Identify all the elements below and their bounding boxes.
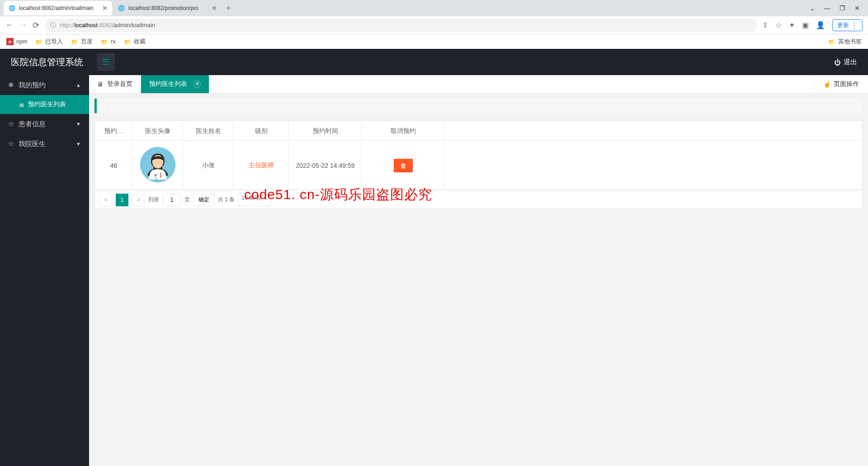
col-cancel: 取消预约 [363, 122, 444, 141]
sidebar: ❄ 我的预约 ▲ ≣ 预约医生列表 ☆ 患者信息 ▼ ☆ 我院医生 ▼ [0, 75, 89, 466]
window-controls: ⌄ — ❐ ✕ [805, 5, 864, 12]
table-header-row: 预约… 医生头像 医生姓名 级别 预约时间 取消预约 [96, 122, 861, 141]
page-tabs: 🖥 登录首页 预约医生列表 ✕ ☝ 页面操作 [89, 75, 868, 93]
browser-tab[interactable]: 🌐 localhost:8082/admin/toallmain ✕ [4, 1, 112, 15]
folder-icon: 📁 [828, 38, 835, 45]
page-number-button[interactable]: 1 [116, 194, 128, 206]
cell-id: 46 [96, 142, 132, 190]
chevron-down-icon: ⌄ [263, 195, 268, 201]
goto-label: 到第 [148, 196, 159, 204]
sidebar-item-doctors[interactable]: ☆ 我院医生 ▼ [0, 134, 89, 154]
profile-icon[interactable]: 👤 [816, 21, 825, 29]
goto-confirm-button[interactable]: 确定 [193, 194, 214, 206]
prev-page-button[interactable]: < [99, 194, 112, 206]
forward-button[interactable]: → [19, 20, 27, 30]
col-time: 预约时间 [289, 122, 362, 141]
chevron-up-icon: ▲ [76, 82, 81, 88]
star-icon: ☆ [8, 140, 14, 147]
npm-icon: n [6, 38, 14, 45]
tab-doctor-list[interactable]: 预约医生列表 ✕ [141, 75, 209, 93]
cell-time: 2022-05-22 14:49:59 [289, 142, 362, 190]
doctor-avatar-icon [139, 146, 176, 183]
url-input[interactable]: ⓘ http://localhost:8082/admin/toallmain [45, 19, 757, 32]
appointments-table: 预约… 医生头像 医生姓名 级别 预约时间 取消预约 46 [94, 120, 863, 191]
sidebar-item-label: 患者信息 [19, 120, 46, 128]
info-icon: ⓘ [50, 21, 56, 29]
minimize-icon[interactable]: — [824, 5, 830, 12]
new-tab-button[interactable]: + [222, 4, 235, 13]
tab-home[interactable]: 🖥 登录首页 [89, 75, 141, 93]
sidebar-subitem-doctor-list[interactable]: ≣ 预约医生列表 [0, 95, 89, 114]
col-avatar: 医生头像 [133, 122, 183, 141]
share-icon[interactable]: ⇪ [762, 21, 768, 29]
dropdown-icon[interactable]: ⌄ [810, 5, 815, 12]
globe-icon: 🌐 [118, 5, 125, 12]
pagesize-select[interactable]: 10 条/页 ⌄ [238, 194, 270, 206]
cell-cancel: 🗑 [363, 142, 444, 190]
folder-icon: 📁 [71, 38, 78, 45]
cell-avatar [133, 142, 183, 190]
cell-name: 小张 [184, 142, 233, 190]
next-page-button[interactable]: > [132, 194, 145, 206]
sidebar-item-label: 我院医生 [19, 140, 46, 148]
snowflake-icon: ❄ [8, 81, 14, 89]
address-bar: ← → ⟳ ⓘ http://localhost:8082/admin/toal… [0, 16, 868, 34]
total-count: 共 1 条 [218, 196, 235, 204]
folder-icon: 📁 [35, 38, 42, 45]
sidepanel-icon[interactable]: ▣ [802, 21, 809, 29]
app-header: 医院信息管理系统 ☰ ⏻ 退出 [0, 49, 868, 75]
sidebar-item-appointments[interactable]: ❄ 我的预约 ▲ [0, 75, 89, 95]
folder-icon: 📁 [101, 38, 108, 45]
chevron-down-icon: ▼ [76, 141, 81, 147]
sidebar-item-label: 我的预约 [19, 81, 46, 90]
extension-icon[interactable]: ✦ [789, 21, 795, 29]
other-bookmarks[interactable]: 📁其他书签 [828, 38, 862, 46]
col-name: 医生姓名 [184, 122, 233, 141]
pagination: < 1 > 到第 页 确定 共 1 条 10 条/页 ⌄ [94, 191, 863, 209]
close-icon[interactable]: ✕ [193, 81, 201, 88]
tab-title: localhost:8082/promotion/pro [128, 5, 208, 11]
close-window-icon[interactable]: ✕ [854, 5, 860, 12]
bookmark-item[interactable]: 📁百度 [71, 38, 93, 46]
monitor-icon: 🖥 [97, 81, 104, 88]
tab-title: localhost:8082/admin/toallmain [19, 5, 99, 11]
col-level: 级别 [234, 122, 288, 141]
sidebar-subitem-label: 预约医生列表 [28, 100, 66, 109]
bookmark-item[interactable]: 📁收藏 [124, 38, 146, 46]
bookmark-item[interactable]: 📁rx [101, 38, 115, 45]
page-actions-button[interactable]: ☝ 页面操作 [814, 75, 868, 93]
cell-level: 主任医师 [234, 142, 288, 190]
list-icon: ≣ [19, 101, 24, 108]
bookmarks-bar: nnpm 📁已导入 📁百度 📁rx 📁收藏 📁其他书签 [0, 34, 868, 49]
power-icon: ⏻ [834, 58, 841, 66]
table-row: 46 [96, 142, 861, 190]
col-id: 预约… [96, 122, 132, 141]
folder-icon: 📁 [124, 38, 131, 45]
goto-page-input[interactable] [163, 194, 181, 206]
star-icon: ☆ [8, 120, 14, 128]
star-icon[interactable]: ☆ [775, 21, 782, 29]
update-button[interactable]: 更新⋮ [832, 19, 863, 31]
close-icon[interactable]: ✕ [102, 5, 108, 12]
maximize-icon[interactable]: ❐ [840, 5, 845, 12]
sidebar-item-patients[interactable]: ☆ 患者信息 ▼ [0, 114, 89, 134]
back-button[interactable]: ← [5, 20, 14, 30]
col-empty [445, 122, 861, 141]
delete-button[interactable]: 🗑 [394, 159, 413, 172]
menu-toggle-button[interactable]: ☰ [97, 53, 115, 71]
logout-button[interactable]: ⏻ 退出 [834, 58, 857, 67]
chevron-down-icon: ▼ [76, 121, 81, 127]
globe-icon: 🌐 [8, 5, 15, 12]
reload-button[interactable]: ⟳ [33, 20, 39, 30]
content-header-bar [94, 99, 863, 113]
url-text: http://localhost:8082/admin/toallmain [60, 22, 155, 29]
close-icon[interactable]: ✕ [212, 5, 217, 12]
bookmark-item[interactable]: nnpm [6, 38, 27, 45]
bookmark-item[interactable]: 📁已导入 [35, 38, 63, 46]
trash-icon: 🗑 [400, 162, 406, 169]
hand-icon: ☝ [823, 81, 831, 88]
cell-empty [445, 142, 861, 190]
browser-tab[interactable]: 🌐 localhost:8082/promotion/pro ✕ [113, 1, 222, 15]
goto-suffix: 页 [184, 196, 190, 204]
app-brand: 医院信息管理系统 [11, 56, 83, 68]
